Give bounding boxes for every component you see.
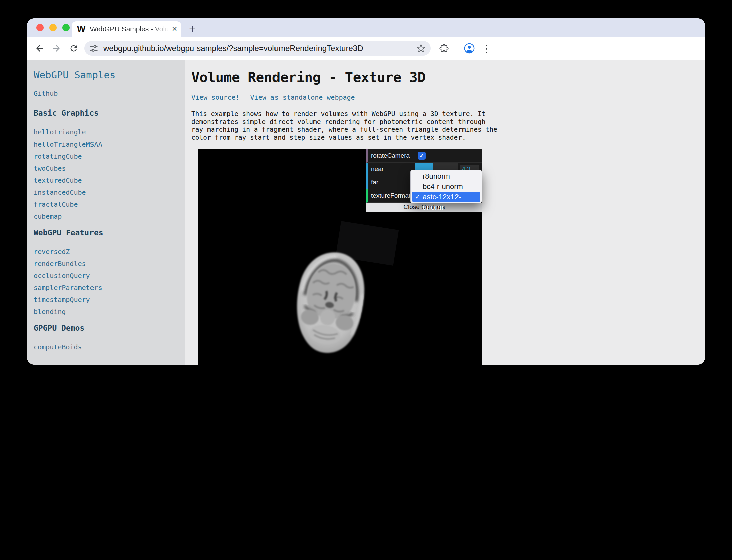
description-line: demonstrates simple direct volume render… [191,118,695,126]
close-window-button[interactable] [36,24,44,31]
sidebar-item-texturedCube[interactable]: texturedCube [34,176,185,184]
zoom-window-button[interactable] [62,24,70,31]
view-source-link[interactable]: View source! [191,93,240,101]
sidebar-item-twoCubes[interactable]: twoCubes [34,164,185,172]
sample-main: Volume Rendering - Texture 3D View sourc… [185,60,705,365]
checkmark-icon: ✓ [415,192,420,202]
far-label: far [368,179,415,186]
sidebar-item-computeBoids[interactable]: computeBoids [34,343,185,351]
forward-button[interactable] [49,41,64,56]
dropdown-option-bc4-r-unorm[interactable]: bc4-r-unorm [411,181,482,192]
near-label: near [368,165,415,173]
dat-gui-panel: rotateCamera ✓ near 4.3 far texture [366,149,482,212]
webgpu-favicon-icon: W [77,24,85,34]
profile-button[interactable] [462,41,477,56]
sidebar-item-fractalCube[interactable]: fractalCube [34,200,185,208]
sidebar-item-timestampQuery[interactable]: timestampQuery [34,296,185,304]
extensions-button[interactable] [437,41,451,56]
sidebar-item-helloTriangle[interactable]: helloTriangle [34,128,185,136]
description-line: ray marching in a fragment shader, where… [191,126,695,134]
menu-kebab-icon[interactable]: ⋮ [479,41,494,56]
sidebar-divider [34,101,177,101]
tab-title: WebGPU Samples - Volume R [90,25,170,33]
url-text: webgpu.github.io/webgpu-samples/?sample=… [103,44,416,53]
page-title: Volume Rendering - Texture 3D [191,69,695,85]
link-separator: — [243,93,247,101]
minimize-window-button[interactable] [49,24,57,31]
dropdown-option-astc-12x12-unorm[interactable]: ✓ astc-12x12-unorm [412,192,480,202]
gui-row-rotate-camera: rotateCamera ✓ [366,149,482,163]
reload-button[interactable] [66,41,81,56]
toolbar-separator [456,44,456,53]
sidebar-item-renderBundles[interactable]: renderBundles [34,260,185,268]
section-heading-gpgpu-demos: GPGPU Demos [34,324,185,332]
dropdown-option-r8unorm[interactable]: r8unorm [411,171,482,181]
tab-strip: W WebGPU Samples - Volume R ✕ + [27,18,705,37]
tab-close-icon[interactable]: ✕ [172,25,177,33]
brain-mri-image [271,242,389,363]
standalone-link[interactable]: View as standalone webpage [250,93,355,101]
sidebar-item-instancedCube[interactable]: instancedCube [34,188,185,196]
sample-description: This example shows how to render volumes… [191,110,695,142]
github-link[interactable]: Github [34,89,185,97]
webgpu-canvas[interactable]: rotateCamera ✓ near 4.3 far texture [198,149,482,365]
traffic-lights [36,24,70,31]
texture-format-label: textureFormat [368,192,415,199]
checkmark-icon: ✓ [419,152,424,159]
sidebar-item-helloTriangleMSAA[interactable]: helloTriangleMSAA [34,140,185,148]
sidebar-item-rotatingCube[interactable]: rotatingCube [34,152,185,160]
new-tab-button[interactable]: + [185,22,199,36]
reload-icon [69,44,78,53]
rotate-camera-checkbox[interactable]: ✓ [418,152,426,160]
back-button[interactable] [32,41,47,56]
site-info-icon[interactable] [89,44,99,53]
site-title: WebGPU Samples [34,69,185,81]
texture-format-dropdown: r8unorm bc4-r-unorm ✓ astc-12x12-unorm [410,170,482,203]
bookmark-star-icon[interactable] [416,43,426,53]
back-icon [35,43,45,53]
extensions-puzzle-icon [439,43,449,53]
address-bar[interactable]: webgpu.github.io/webgpu-samples/?sample=… [84,41,431,56]
description-line: color from ray start and step size value… [191,134,695,142]
sidebar-nav: WebGPU Samples Github Basic Graphics hel… [27,60,185,365]
section-heading-basic-graphics: Basic Graphics [34,109,185,117]
section-heading-webgpu-features: WebGPU Features [34,228,185,237]
sample-links-row: View source!—View as standalone webpage [191,93,695,101]
browser-tab[interactable]: W WebGPU Samples - Volume R ✕ [72,21,181,37]
rotate-camera-label: rotateCamera [368,152,415,159]
sidebar-item-blending[interactable]: blending [34,308,185,316]
forward-icon [51,43,61,53]
sidebar-item-cubemap[interactable]: cubemap [34,212,185,220]
browser-window: W WebGPU Samples - Volume R ✕ + webgpu.g… [27,18,705,365]
profile-avatar-icon [464,43,475,54]
sidebar-item-occlusionQuery[interactable]: occlusionQuery [34,272,185,280]
sidebar-item-reversedZ[interactable]: reversedZ [34,248,185,256]
browser-toolbar: webgpu.github.io/webgpu-samples/?sample=… [27,37,705,60]
sidebar-item-samplerParameters[interactable]: samplerParameters [34,284,185,292]
description-line: This example shows how to render volumes… [191,110,695,118]
page-content: WebGPU Samples Github Basic Graphics hel… [27,60,705,365]
